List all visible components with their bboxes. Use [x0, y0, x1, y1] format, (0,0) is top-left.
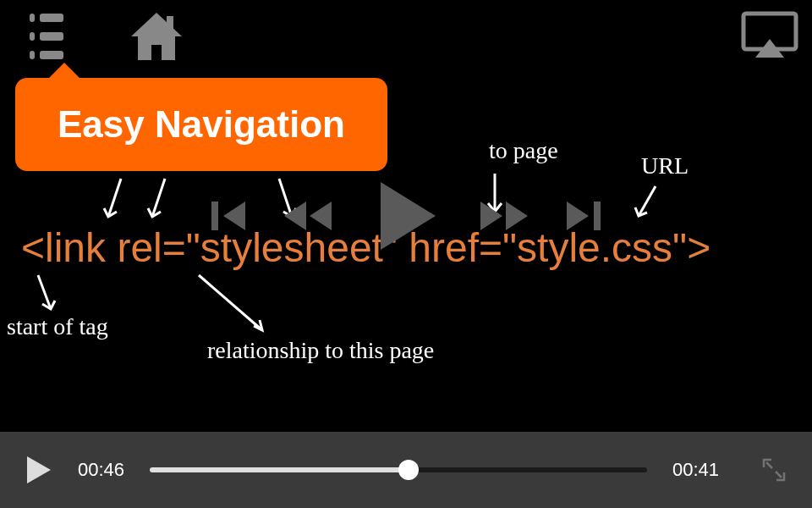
remaining-time: 00:41: [672, 459, 719, 481]
skip-forward-button[interactable]: [558, 193, 604, 239]
fullscreen-button[interactable]: [761, 457, 787, 483]
bottom-control-bar: 00:46 00:41: [0, 432, 812, 508]
video-playback-controls: [208, 174, 604, 258]
progress-thumb[interactable]: [398, 460, 419, 480]
airplay-button[interactable]: [740, 10, 799, 61]
progress-fill: [150, 467, 409, 472]
skip-back-button[interactable]: [208, 193, 254, 239]
svg-line-6: [639, 186, 656, 216]
top-toolbar: [0, 0, 812, 76]
svg-rect-10: [594, 202, 601, 230]
tooltip-popup: Easy Navigation: [15, 78, 387, 171]
annotation-relationship: relationship to this page: [207, 337, 434, 364]
svg-rect-9: [211, 202, 218, 230]
play-button[interactable]: [364, 174, 448, 258]
play-button-small[interactable]: [25, 455, 52, 485]
svg-rect-0: [167, 16, 173, 30]
video-content-area: Easy Navigation to page URL start of tag…: [0, 0, 812, 432]
svg-line-3: [152, 179, 165, 217]
arrow-2: [144, 174, 178, 225]
progress-slider[interactable]: [150, 467, 647, 472]
rewind-button[interactable]: [279, 193, 338, 239]
tooltip-text: Easy Navigation: [58, 103, 345, 145]
arrow-6: [30, 271, 63, 318]
svg-line-8: [199, 275, 262, 330]
fast-forward-button[interactable]: [474, 193, 533, 239]
home-button[interactable]: [123, 4, 190, 72]
annotation-url: URL: [641, 152, 689, 179]
svg-line-2: [108, 179, 121, 217]
arrow-1: [100, 174, 134, 225]
annotation-to-page: to page: [489, 137, 558, 164]
elapsed-time: 00:46: [78, 459, 124, 481]
arrow-7: [190, 271, 275, 339]
menu-list-button[interactable]: [4, 4, 89, 68]
arrow-5: [630, 182, 664, 224]
